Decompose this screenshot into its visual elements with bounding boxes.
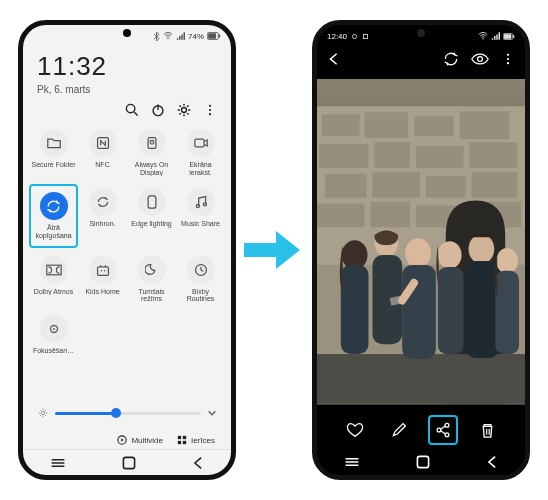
qs-tile[interactable]: Dolby Atmos [29, 252, 78, 307]
status-bar: 12:40 [317, 25, 525, 43]
delete-button[interactable] [472, 415, 502, 445]
svg-line-84 [441, 431, 446, 434]
qs-tile[interactable]: Ekrāna ierakst. [176, 125, 225, 180]
svg-point-18 [196, 205, 199, 208]
svg-rect-67 [341, 265, 369, 354]
svg-point-74 [438, 241, 462, 269]
gear-icon[interactable] [177, 103, 191, 117]
qs-tile[interactable]: Bixby Routines [176, 252, 225, 307]
svg-rect-42 [513, 35, 514, 38]
dark-icon [138, 256, 166, 284]
share-button[interactable] [428, 415, 458, 445]
qs-tile[interactable]: Music Share [176, 184, 225, 247]
qs-tile[interactable]: Sinhron. [78, 184, 127, 247]
svg-point-37 [352, 34, 356, 38]
nav-back-icon[interactable] [486, 455, 498, 469]
svg-point-70 [405, 238, 431, 268]
brightness-track[interactable] [55, 412, 201, 415]
nav-home-icon[interactable] [121, 455, 137, 471]
svg-point-43 [478, 57, 483, 62]
svg-rect-16 [194, 139, 203, 147]
status-time: 12:40 [327, 32, 347, 41]
svg-rect-51 [414, 116, 454, 136]
svg-rect-57 [325, 174, 367, 198]
clock-date: Pk, 6. marts [37, 84, 217, 95]
qs-tile-focus[interactable]: Fokusēšan… [29, 311, 78, 359]
svg-point-4 [126, 104, 134, 112]
back-icon[interactable] [327, 52, 341, 66]
favorite-button[interactable] [340, 415, 370, 445]
nav-recents-icon[interactable] [344, 456, 360, 468]
qs-tile-label: Fokusēšan… [33, 347, 74, 355]
bixby-icon [187, 256, 215, 284]
time-block: 11:32 Pk, 6. marts [23, 43, 231, 97]
svg-point-8 [182, 108, 187, 113]
nav-recents-icon[interactable] [50, 457, 66, 469]
svg-rect-75 [438, 267, 464, 354]
qs-tile[interactable]: Kids Home [78, 252, 127, 307]
media-button[interactable]: Multivide [117, 435, 163, 445]
svg-rect-71 [402, 265, 436, 359]
svg-line-83 [441, 426, 446, 429]
photo-viewport[interactable] [317, 79, 525, 405]
phone-right: 12:40 [312, 20, 530, 480]
svg-rect-17 [148, 196, 156, 208]
svg-line-5 [134, 112, 138, 116]
notif-icon [362, 33, 369, 40]
svg-rect-29 [178, 436, 181, 439]
devices-button[interactable]: Ierīces [177, 435, 215, 445]
qs-tile[interactable]: Secure Folder [29, 125, 78, 180]
qs-tile[interactable]: Ātrā kopīgošana [29, 184, 78, 247]
svg-point-39 [482, 38, 483, 39]
svg-rect-31 [178, 441, 181, 444]
brightness-slider[interactable] [23, 407, 231, 419]
svg-point-27 [41, 411, 45, 415]
brightness-fill [55, 412, 116, 415]
edit-button[interactable] [384, 415, 414, 445]
more-icon[interactable] [203, 103, 217, 117]
qs-tile[interactable]: Tumšais režīms [127, 252, 176, 307]
svg-rect-77 [466, 261, 500, 358]
notif-icon [351, 33, 358, 40]
svg-point-45 [507, 58, 509, 60]
qs-tile[interactable]: Always On Display [127, 125, 176, 180]
qs-tile-label: Ātrā kopīgošana [33, 224, 74, 239]
record-icon [187, 129, 215, 157]
svg-point-9 [209, 105, 211, 107]
folder-icon [40, 129, 68, 157]
signal-icon [491, 32, 500, 40]
qs-tile[interactable]: Edge lighting [127, 184, 176, 247]
battery-text: 74% [188, 32, 204, 41]
share-icon [40, 192, 68, 220]
clock-time: 11:32 [37, 51, 217, 82]
brightness-thumb[interactable] [111, 408, 121, 418]
qs-action-row [23, 97, 231, 125]
svg-rect-41 [504, 34, 511, 39]
chevron-down-icon[interactable] [207, 408, 217, 418]
power-icon[interactable] [151, 103, 165, 117]
nfc-icon [89, 129, 117, 157]
wifi-icon [478, 32, 488, 40]
qs-row-partial: Fokusēšan… [23, 307, 231, 359]
svg-point-26 [52, 328, 54, 330]
svg-rect-54 [374, 142, 410, 168]
qs-tile-label: Ekrāna ierakst. [178, 161, 224, 176]
gallery-viewer: 12:40 [317, 25, 525, 475]
qs-tile-label: Secure Folder [32, 161, 76, 169]
eye-icon[interactable] [471, 52, 489, 66]
svg-rect-49 [322, 114, 360, 136]
nav-home-icon[interactable] [415, 454, 431, 470]
svg-point-76 [469, 234, 495, 264]
search-icon[interactable] [125, 103, 139, 117]
qs-tile-label: Tumšais režīms [129, 288, 175, 303]
nav-back-icon[interactable] [192, 456, 204, 470]
svg-rect-65 [317, 354, 525, 404]
photo-content [317, 105, 525, 405]
auto-icon[interactable] [443, 51, 459, 67]
svg-point-0 [167, 38, 168, 39]
edge-icon [138, 188, 166, 216]
more-icon[interactable] [501, 52, 515, 66]
svg-point-46 [507, 62, 509, 64]
svg-point-19 [203, 203, 206, 206]
qs-tile[interactable]: NFC [78, 125, 127, 180]
